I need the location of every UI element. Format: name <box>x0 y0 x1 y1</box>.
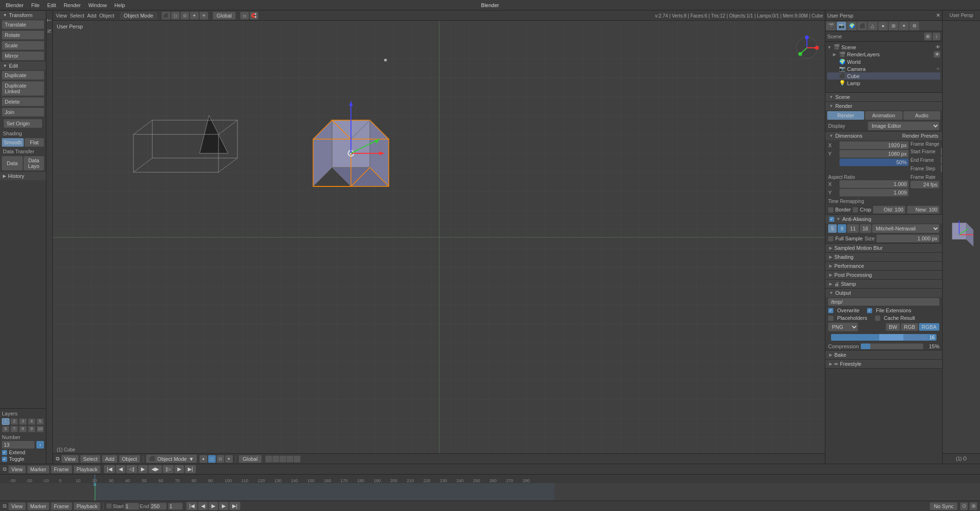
render-presets-btn[interactable]: Render Presets <box>902 133 938 139</box>
layer-9[interactable]: 9 <box>28 426 35 432</box>
dimensions-header[interactable]: ▼ Dimensions Render Presets <box>825 132 942 140</box>
timeline-marker-btn[interactable]: Marker <box>27 466 49 473</box>
layer-6[interactable]: 6 <box>2 426 9 432</box>
next-keyframe-btn[interactable]: |▷ <box>163 465 174 473</box>
animation-tab[interactable]: Animation <box>865 111 902 120</box>
compression-slider[interactable] <box>861 344 923 349</box>
menu-help[interactable]: Help <box>111 1 129 9</box>
flat-btn[interactable]: Flat <box>25 138 44 147</box>
layer-7[interactable]: 7 <box>10 426 18 432</box>
rgb-btn[interactable]: RGB <box>901 323 918 331</box>
aspect-x-input[interactable] <box>840 180 909 188</box>
footer-icon-1[interactable]: ● <box>200 455 207 463</box>
viewport-canvas[interactable]: User Persp <box>53 21 825 453</box>
menu-render[interactable]: Render <box>60 1 85 9</box>
old-value-input[interactable] <box>873 206 905 213</box>
layer-vis-1[interactable] <box>265 456 272 462</box>
play-end-btn[interactable]: ▶| <box>185 465 196 473</box>
toolbar-icon-grid[interactable]: ⚏ <box>240 12 249 19</box>
edit-section-header[interactable]: ▼ Edit <box>0 61 46 70</box>
bw-btn[interactable]: BW <box>886 323 900 331</box>
data-btn[interactable]: Data <box>2 156 23 170</box>
audio-tab[interactable]: Audio <box>903 111 940 120</box>
footer-icon-3[interactable]: ⊙ <box>217 455 224 463</box>
layer-3[interactable]: 3 <box>19 418 26 425</box>
join-btn[interactable]: Join <box>2 108 44 116</box>
prev-keyframe-btn[interactable]: ◁| <box>126 465 137 473</box>
cache-checkbox[interactable] <box>875 316 880 321</box>
pivot-btn[interactable]: Global <box>239 455 262 463</box>
rotate-btn[interactable]: Rotate <box>2 31 44 39</box>
footer-icon-2[interactable]: ◻ <box>208 455 216 463</box>
viewport-object-btn[interactable]: Object <box>119 455 140 463</box>
timeline-playback-btn[interactable]: Playback <box>74 466 101 473</box>
viewport-icon-3[interactable]: ⊙ <box>181 12 189 19</box>
aa-checkbox[interactable]: ✓ <box>829 217 834 222</box>
prop-icon-render[interactable]: 📷 <box>837 22 846 30</box>
menu-window[interactable]: Window <box>85 1 111 9</box>
view-menu[interactable]: View <box>56 13 67 18</box>
motion-blur-header[interactable]: ▶ Sampled Motion Blur <box>825 244 942 252</box>
prev-frame-btn[interactable]: ◀ <box>116 465 125 473</box>
new-value-input[interactable] <box>907 206 939 213</box>
post-processing-header[interactable]: ▶ Post Processing <box>825 271 942 279</box>
output-header[interactable]: ▼ Output <box>825 289 942 297</box>
menu-file[interactable]: File <box>27 1 44 9</box>
viewport-select-btn[interactable]: Select <box>80 455 101 463</box>
viewport-icon-4[interactable]: ✦ <box>190 12 199 19</box>
mode-selector[interactable]: ⬛ Object Mode ▼ <box>146 455 197 463</box>
pivot-select[interactable]: Global <box>213 12 236 19</box>
stamp-header[interactable]: ▶ 🖨 Stamp <box>825 280 942 288</box>
play-reverse-btn[interactable]: ◀▶ <box>149 465 162 473</box>
viewport-view-btn[interactable]: View <box>61 455 79 463</box>
tree-world[interactable]: 🌍 World <box>827 58 940 65</box>
tl-icon-1[interactable]: ⊙ <box>960 502 968 510</box>
aa-16-btn[interactable]: 16 <box>860 224 871 233</box>
smooth-btn[interactable]: Smooth <box>2 138 24 147</box>
scale-btn[interactable]: Scale <box>2 41 44 50</box>
prop-icon-mesh[interactable]: △ <box>868 22 877 30</box>
prop-icon-particles[interactable]: ✦ <box>899 22 909 30</box>
extend-checkbox[interactable]: ✓ <box>2 450 7 455</box>
aspect-y-input[interactable] <box>840 189 909 196</box>
performance-header[interactable]: ▶ Performance <box>825 262 942 270</box>
layer-4[interactable]: 4 <box>28 418 35 425</box>
prop-icon-material[interactable]: ● <box>878 22 888 30</box>
res-x-input[interactable] <box>840 141 909 149</box>
viewport-icon-5[interactable]: ☀ <box>200 12 208 19</box>
tree-camera[interactable]: 📷 Camera 👁 <box>827 65 940 72</box>
frame-range-checkbox[interactable] <box>106 503 112 509</box>
format-select[interactable]: PNG <box>828 323 858 331</box>
aa-header[interactable]: ✓ ▼ Anti-Aliasing <box>825 215 942 223</box>
next-frame-btn[interactable]: ▶ <box>175 465 184 473</box>
tl-end-btn[interactable]: ▶| <box>229 502 240 510</box>
aa-5-btn[interactable]: 5 <box>828 224 837 233</box>
bake-header[interactable]: ▶ Bake <box>825 351 942 359</box>
play-btn[interactable]: ▶ <box>138 465 148 473</box>
right-panel-close[interactable]: ✕ <box>936 12 940 18</box>
prop-icon-texture[interactable]: ⊞ <box>889 22 898 30</box>
end-input[interactable] <box>150 503 166 510</box>
object-mode-select[interactable]: Object Mode <box>120 12 157 19</box>
prop-icon-object[interactable]: ⬛ <box>858 22 867 30</box>
tl-prev-btn[interactable]: ◀ <box>198 502 208 510</box>
res-pct-input[interactable] <box>840 159 909 166</box>
aa-11-btn[interactable]: 11 <box>847 224 858 233</box>
toolbar-icon-snap[interactable]: 🧲 <box>250 12 258 19</box>
time-remapping-label[interactable]: Time Remapping <box>828 199 864 204</box>
aa-filter-select[interactable]: Mitchell-Netravali <box>872 224 939 233</box>
history-section-header[interactable]: ▶ History <box>0 171 46 180</box>
tl-play-btn[interactable]: ▶ <box>209 502 218 510</box>
edge-tab-n[interactable]: N <box>46 26 53 36</box>
toggle-checkbox[interactable]: ✓ <box>2 457 7 462</box>
tree-cube[interactable]: ⬛ Cube <box>827 72 940 79</box>
viewport-icon-1[interactable]: ⬛ <box>162 12 170 19</box>
menu-blender[interactable]: Blender <box>2 1 27 9</box>
render-tab[interactable]: Render <box>827 111 864 120</box>
scene-section-header[interactable]: ▼ Scene <box>825 93 942 101</box>
mirror-btn[interactable]: Mirror <box>2 52 44 60</box>
select-menu[interactable]: Select <box>70 13 85 18</box>
layer-1[interactable]: 1 <box>2 418 9 425</box>
timeline-view-btn[interactable]: View <box>9 466 26 473</box>
scene-tree-icon-sort[interactable]: ↕ <box>933 33 940 40</box>
